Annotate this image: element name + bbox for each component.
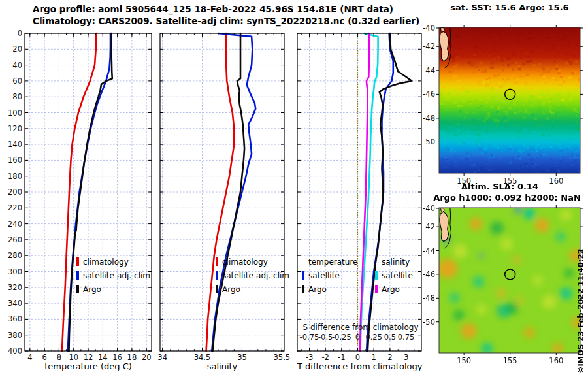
- speckle: [481, 69, 485, 71]
- speckle: [546, 34, 549, 36]
- speckle: [470, 102, 472, 104]
- speckle: [487, 159, 490, 161]
- depth-tick-label: 60: [12, 76, 22, 86]
- speckle: [445, 63, 447, 65]
- sla-blob: [500, 238, 514, 251]
- depth-tick-label: 100: [8, 108, 22, 118]
- panel-grid: [297, 33, 421, 351]
- speckle: [518, 149, 521, 151]
- speckle: [544, 37, 546, 40]
- speckle: [461, 157, 464, 159]
- speckle: [551, 94, 554, 96]
- legend-label: satellite: [308, 271, 340, 280]
- sla-blob: [438, 259, 457, 278]
- speckle: [538, 150, 541, 153]
- speckle: [547, 43, 549, 46]
- x-tick-label: 20: [142, 353, 152, 362]
- speckle: [446, 97, 449, 99]
- speckle: [446, 156, 448, 158]
- speckle: [555, 167, 559, 169]
- speckle: [444, 137, 447, 139]
- sla-blob: [453, 309, 465, 321]
- speckle: [495, 124, 498, 126]
- speckle: [476, 50, 478, 52]
- speckle: [468, 131, 470, 133]
- x-tick-label: -1: [338, 353, 345, 362]
- speckle: [508, 116, 511, 118]
- speckle: [525, 108, 527, 111]
- speckle: [540, 99, 542, 102]
- speckle: [546, 111, 549, 114]
- speckle: [498, 106, 500, 108]
- x-tick-label: -2: [321, 353, 329, 362]
- figure: 4681012141618200204060801001201401601802…: [0, 0, 588, 379]
- speckle: [481, 142, 483, 145]
- speckle: [572, 72, 574, 74]
- speckle: [482, 80, 485, 83]
- legend-item: climatology: [216, 255, 289, 269]
- x-tick-label: 4: [27, 353, 32, 362]
- legend-item: satellite: [375, 269, 413, 282]
- s-difference-header: S difference from climatology: [303, 323, 419, 332]
- speckle: [507, 63, 510, 66]
- sla-blob: [535, 218, 549, 233]
- speckle: [522, 150, 525, 152]
- speckle: [530, 80, 532, 82]
- speckle: [480, 167, 482, 169]
- legend-label: Argo: [308, 285, 327, 294]
- speckle: [459, 105, 462, 107]
- speckle: [471, 61, 474, 64]
- speckle: [457, 129, 460, 132]
- x-tick-label: 2: [387, 353, 392, 362]
- speckle: [574, 71, 577, 73]
- speckle: [536, 163, 539, 165]
- speckle: [534, 44, 538, 47]
- speckle: [478, 142, 481, 145]
- speckle: [463, 171, 465, 173]
- speckle: [466, 74, 470, 76]
- speckle: [498, 157, 501, 159]
- speckle: [508, 54, 511, 56]
- s-tick-label: 0: [355, 333, 360, 342]
- speckle: [520, 50, 523, 52]
- speckle: [473, 145, 477, 147]
- sla-blob: [476, 303, 487, 315]
- speckle: [459, 91, 462, 93]
- speckle: [572, 46, 575, 48]
- speckle: [468, 101, 471, 103]
- speckle: [551, 114, 553, 116]
- speckle: [563, 166, 565, 168]
- speckle: [515, 114, 518, 116]
- speckle: [542, 102, 545, 105]
- speckle: [497, 91, 501, 93]
- speckle: [501, 37, 505, 39]
- s-tick-label: 0.25: [365, 333, 382, 342]
- speckle: [557, 51, 560, 54]
- lat-tick-label: -46: [423, 90, 435, 99]
- depth-tick-label: 300: [8, 267, 22, 276]
- speckle: [531, 111, 532, 114]
- speckle: [549, 105, 552, 108]
- speckle: [444, 166, 448, 168]
- speckle: [540, 154, 542, 157]
- x-tick-label: 34: [157, 353, 167, 362]
- speckle: [555, 114, 559, 116]
- speckle: [527, 76, 530, 78]
- panel-grid: [25, 33, 152, 351]
- speckle: [575, 146, 577, 148]
- speckle: [576, 127, 580, 130]
- x-tick-label: 8: [57, 353, 61, 362]
- speckle: [532, 125, 534, 128]
- speckle: [557, 170, 560, 172]
- speckle: [541, 42, 545, 45]
- lat-tick-label: -48: [423, 114, 435, 123]
- speckle: [527, 146, 529, 149]
- legend-marker: [375, 285, 378, 293]
- speckle: [472, 119, 476, 122]
- speckle: [517, 131, 520, 133]
- speckle: [477, 169, 479, 171]
- speckle: [542, 34, 544, 37]
- speckle: [536, 150, 538, 152]
- speckle: [442, 131, 445, 133]
- figure-title-line2: Climatology: CARS2009. Satellite-adj cli…: [33, 16, 419, 26]
